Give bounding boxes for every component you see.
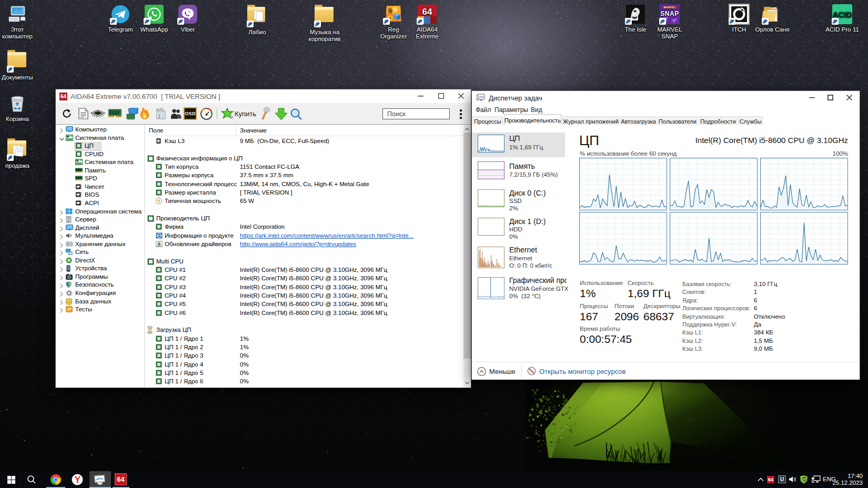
svg-text:MARVEL: MARVEL — [663, 6, 676, 9]
svg-text:SNAP: SNAP — [660, 10, 679, 17]
svg-text:64: 64 — [422, 7, 432, 17]
